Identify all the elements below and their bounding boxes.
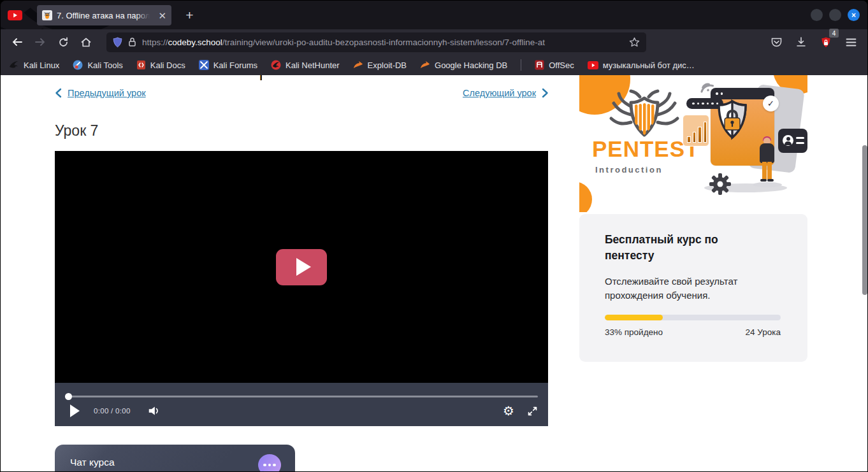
- video-big-play-button[interactable]: [276, 249, 327, 285]
- video-scrubber-handle[interactable]: [65, 393, 72, 400]
- pocket-icon[interactable]: [767, 33, 785, 51]
- video-screen[interactable]: [55, 151, 548, 383]
- video-time: 0:00 / 0:00: [94, 407, 131, 415]
- bookmark-kali-linux[interactable]: Kali Linux: [9, 61, 59, 70]
- youtube-icon: [8, 10, 22, 20]
- url-bar[interactable]: https://codeby.school/training/view/urok…: [106, 32, 646, 52]
- play-icon: [296, 258, 311, 276]
- kali-nethunter-icon: [271, 60, 281, 70]
- next-lesson-link[interactable]: Следующий урок: [463, 88, 549, 98]
- orange-circle-decor: [579, 182, 592, 212]
- lessons-count-label: 24 Урока: [746, 327, 781, 337]
- ghdb-bird-icon: [420, 61, 430, 69]
- exploit-db-bird-icon: [353, 61, 363, 69]
- course-progress-card: Бесплатный курс по пентесту Отслеживайте…: [579, 214, 807, 362]
- url-text: https://codeby.school/training/view/urok…: [142, 38, 624, 47]
- offsec-icon: [535, 60, 544, 70]
- chat-title: Чат курса: [70, 457, 115, 468]
- bar-chart-graphic: [683, 115, 709, 147]
- progress-percent-label: 33% пройдено: [605, 327, 663, 337]
- video-progress-bar[interactable]: [65, 396, 538, 397]
- lock-icon[interactable]: [128, 37, 136, 47]
- bookmark-kali-tools[interactable]: Kali Tools: [73, 60, 122, 70]
- video-controls-bar: 0:00 / 0:00 ⚙: [55, 383, 548, 426]
- reload-button[interactable]: [54, 33, 72, 51]
- bookmark-music-bot[interactable]: музыкальный бот дис…: [588, 61, 695, 70]
- tab-close-icon[interactable]: ✕: [158, 11, 166, 20]
- back-button[interactable]: [8, 33, 26, 51]
- tracking-protection-shield-icon[interactable]: [113, 37, 122, 48]
- video-player: 0:00 / 0:00 ⚙: [55, 151, 548, 426]
- kali-dragon-icon: [9, 61, 19, 69]
- youtube-icon: [588, 61, 598, 69]
- pinned-tab-youtube[interactable]: [8, 10, 22, 20]
- card-description: Отслеживайте свой результат прохождения …: [605, 275, 777, 303]
- bookmark-kali-docs[interactable]: Kali Docs: [136, 60, 185, 70]
- shield-lock-graphic: [714, 99, 750, 143]
- adblock-extension-icon[interactable]: 4: [817, 33, 835, 51]
- bookmark-exploit-db[interactable]: Exploit-DB: [353, 61, 407, 70]
- chevron-right-icon: [542, 88, 549, 98]
- bookmark-kali-nethunter[interactable]: Kali NetHunter: [271, 60, 340, 70]
- lesson-navigation: Предыдущий урок Следующий урок: [55, 88, 549, 98]
- course-progress-bar: [605, 315, 781, 320]
- tab-active[interactable]: 7. Offline атака на пароли ✕: [37, 5, 171, 25]
- prev-lesson-link[interactable]: Предыдущий урок: [55, 88, 146, 98]
- bookmark-offsec[interactable]: OffSec: [535, 60, 574, 70]
- volume-icon[interactable]: [147, 405, 160, 417]
- bookmark-google-hacking-db[interactable]: Google Hacking DB: [420, 61, 507, 70]
- window-close-button[interactable]: ×: [848, 9, 860, 21]
- id-card-graphic: [778, 129, 807, 153]
- fullscreen-icon[interactable]: [527, 406, 538, 417]
- brand-subtitle: Introduction: [595, 165, 663, 175]
- bookmarks-separator: [521, 59, 521, 71]
- codeby-favicon-icon: [42, 10, 52, 20]
- kali-forums-icon: [199, 60, 209, 70]
- forward-button[interactable]: [31, 33, 49, 51]
- course-progress-fill: [605, 315, 663, 320]
- course-chat-widget[interactable]: Чат курса: [55, 445, 295, 471]
- clipped-heading-remnant: [260, 75, 262, 80]
- page-scrollbar-thumb[interactable]: [862, 145, 867, 295]
- browser-toolbar: https://codeby.school/training/view/urok…: [1, 29, 867, 55]
- chevron-left-icon: [55, 88, 62, 98]
- extension-badge: 4: [829, 29, 839, 38]
- window-controls: ×: [811, 9, 860, 21]
- tab-title: 7. Offline атака на пароли: [57, 11, 152, 20]
- new-tab-button[interactable]: +: [182, 7, 198, 23]
- home-button[interactable]: [77, 33, 95, 51]
- bookmark-kali-forums[interactable]: Kali Forums: [199, 60, 257, 70]
- page-content: Предыдущий урок Следующий урок Урок 7: [1, 75, 867, 471]
- check-badge-icon: ✓: [763, 96, 779, 111]
- toolbar-right-icons: 4: [767, 33, 867, 51]
- video-play-button[interactable]: [70, 404, 80, 417]
- page-title: Урок 7: [55, 122, 98, 139]
- pentest-illustration: ✓: [695, 79, 807, 210]
- bookmarks-bar: Kali Linux Kali Tools Kali Docs Kali For…: [1, 55, 867, 75]
- spider-shield-logo-icon: [602, 89, 686, 140]
- card-title: Бесплатный курс по пентесту: [605, 232, 764, 264]
- window-maximize-button[interactable]: [829, 9, 841, 21]
- download-icon[interactable]: [792, 33, 810, 51]
- person-graphic: [756, 138, 778, 186]
- chat-bubble-icon[interactable]: [258, 454, 281, 471]
- window-minimize-button[interactable]: [811, 9, 823, 21]
- bookmark-star-icon[interactable]: [629, 37, 640, 47]
- menu-hamburger-icon[interactable]: [842, 33, 860, 51]
- kali-tools-icon: [73, 60, 83, 70]
- tab-bar: 7. Offline атака на пароли ✕ + ×: [1, 1, 867, 29]
- video-settings-gear-icon[interactable]: ⚙: [503, 404, 514, 417]
- kali-docs-icon: [136, 60, 146, 70]
- pentest-course-banner[interactable]: PENTEST Introduction ✓: [579, 75, 807, 212]
- gear-graphic: [708, 172, 732, 196]
- browser-window: 7. Offline атака на пароли ✕ + ×: [1, 1, 867, 471]
